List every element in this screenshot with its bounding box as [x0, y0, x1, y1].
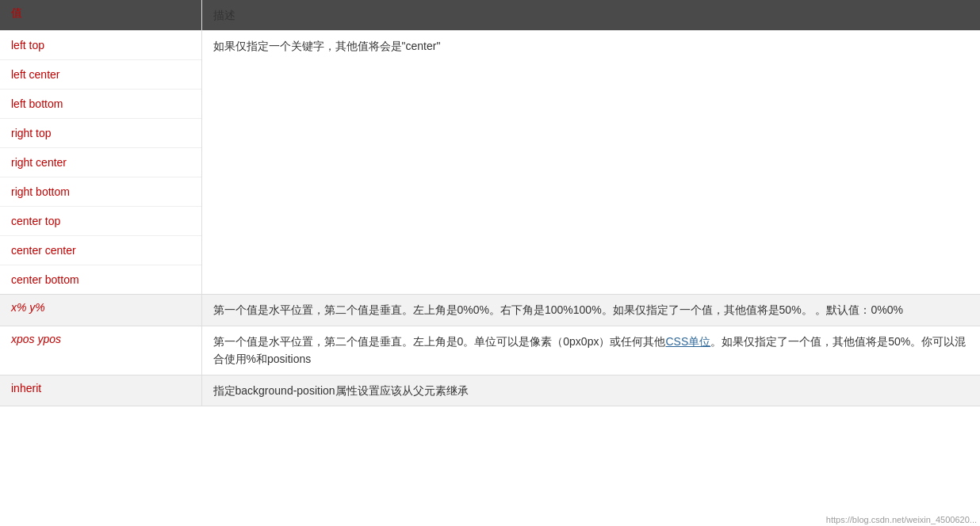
- keyword-value: center top: [0, 207, 201, 236]
- main-table: 值 描述 left topleft centerleft bottomright…: [0, 0, 980, 406]
- keyword-value: left top: [0, 31, 201, 60]
- col-desc-header: 描述: [201, 0, 980, 31]
- col-value-header: 值: [0, 0, 201, 31]
- css-unit-link[interactable]: CSS单位: [665, 335, 710, 348]
- keyword-value: right top: [0, 119, 201, 148]
- keyword-value: left center: [0, 60, 201, 90]
- table-header: 值 描述: [0, 0, 980, 31]
- keyword-desc: 如果仅指定一个关键字，其他值将会是"center": [201, 31, 980, 295]
- table-row: xpos ypos第一个值是水平位置，第二个值是垂直。左上角是0。单位可以是像素…: [0, 326, 980, 375]
- keyword-value: center bottom: [0, 265, 201, 294]
- keyword-value: left bottom: [0, 90, 201, 119]
- keyword-value: right center: [0, 148, 201, 177]
- keyword-value: center center: [0, 236, 201, 265]
- value-cell: xpos ypos: [0, 326, 201, 375]
- desc-cell: 指定background-position属性设置应该从父元素继承: [201, 375, 980, 406]
- value-cell: inherit: [0, 375, 201, 406]
- table-row: x% y%第一个值是水平位置，第二个值是垂直。左上角是0%0%。右下角是100%…: [0, 295, 980, 326]
- table-row: inherit指定background-position属性设置应该从父元素继承: [0, 375, 980, 406]
- value-cell: x% y%: [0, 295, 201, 326]
- desc-cell: 第一个值是水平位置，第二个值是垂直。左上角是0。单位可以是像素（0px0px）或…: [201, 326, 980, 375]
- keyword-group-row: left topleft centerleft bottomright topr…: [0, 31, 980, 295]
- keyword-value: right bottom: [0, 177, 201, 207]
- desc-cell: 第一个值是水平位置，第二个值是垂直。左上角是0%0%。右下角是100%100%。…: [201, 295, 980, 326]
